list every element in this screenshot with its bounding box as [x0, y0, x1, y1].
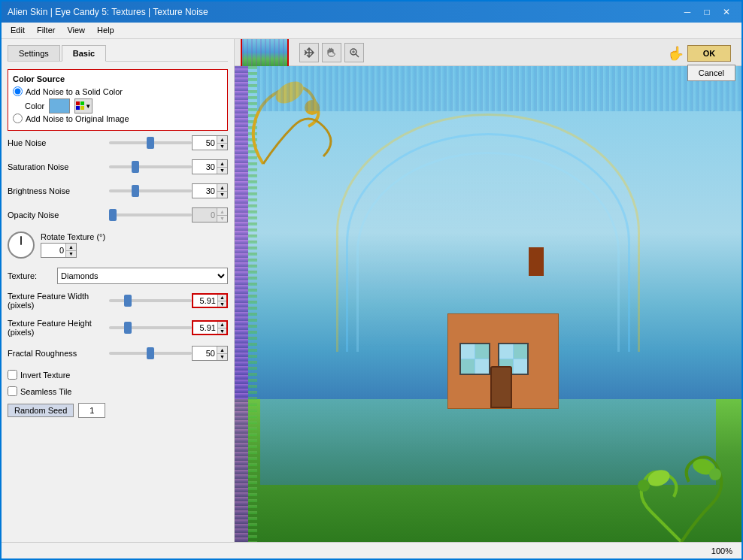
rotate-texture-row: Rotate Texture (°) ▲ ▼: [8, 232, 228, 259]
texture-width-slider[interactable]: [109, 299, 192, 302]
rotate-texture-up[interactable]: ▲: [66, 244, 76, 251]
svg-rect-2: [76, 106, 80, 110]
hue-noise-down[interactable]: ▼: [217, 144, 227, 150]
texture-width-arrows: ▲ ▼: [217, 295, 226, 307]
rotate-texture-label: Rotate Texture (°): [41, 232, 105, 241]
saturation-noise-up[interactable]: ▲: [217, 160, 227, 168]
seamless-tile-checkbox[interactable]: [8, 386, 17, 396]
window-title: Alien Skin | Eye Candy 5: Textures | Tex…: [8, 7, 208, 17]
fractal-roughness-value[interactable]: [193, 347, 217, 360]
fractal-roughness-spinbox: ▲ ▼: [192, 346, 228, 361]
texture-height-slider[interactable]: [109, 326, 192, 329]
random-seed-row: Random Seed: [8, 403, 228, 418]
move-tool-button[interactable]: [299, 43, 319, 62]
texture-height-arrows: ▲ ▼: [217, 322, 226, 334]
menu-filter[interactable]: Filter: [31, 24, 61, 37]
tab-basic[interactable]: Basic: [62, 45, 106, 62]
brightness-noise-slider[interactable]: [109, 189, 192, 192]
opacity-noise-slider-wrap: [109, 209, 192, 221]
ok-button[interactable]: OK: [687, 45, 732, 62]
svg-line-5: [356, 54, 359, 57]
brightness-noise-row: Brightness Noise ▲ ▼: [8, 183, 228, 198]
opacity-noise-value: [193, 208, 217, 222]
rotate-texture-spinbox: ▲ ▼: [41, 243, 77, 258]
texture-select[interactable]: Diamonds Bumps Cells Clouds Cracks: [57, 268, 228, 284]
opacity-noise-down: ▼: [217, 216, 227, 222]
dropdown-arrow: ▼: [85, 103, 91, 110]
window-pane: [514, 359, 527, 374]
texture-height-down[interactable]: ▼: [218, 328, 226, 334]
brightness-noise-up[interactable]: ▲: [217, 184, 227, 192]
maximize-button[interactable]: □: [698, 5, 716, 20]
hue-noise-slider[interactable]: [109, 141, 192, 144]
tab-settings[interactable]: Settings: [8, 45, 60, 61]
texture-height-slider-wrap: [109, 322, 192, 334]
opacity-noise-row: Opacity Noise ▲ ▼: [8, 207, 228, 222]
brightness-noise-slider-wrap: [109, 185, 192, 197]
invert-texture-checkbox[interactable]: [8, 370, 17, 380]
ok-tooltip-icon: 👆: [668, 45, 684, 62]
plant-svg: [621, 407, 741, 542]
menu-view[interactable]: View: [61, 24, 91, 37]
close-button[interactable]: ✕: [717, 5, 735, 20]
preview-canvas: [235, 66, 741, 542]
texture-height-value[interactable]: [193, 322, 217, 334]
hue-noise-value[interactable]: [193, 136, 217, 150]
opacity-noise-slider[interactable]: [109, 213, 192, 216]
random-seed-button[interactable]: Random Seed: [8, 404, 74, 417]
seamless-tile-row: Seamless Tile: [8, 386, 228, 396]
saturation-noise-spinbox: ▲ ▼: [192, 159, 228, 174]
window-pane: [514, 344, 527, 359]
saturation-noise-value[interactable]: [193, 160, 217, 174]
window-pane: [461, 344, 475, 359]
svg-rect-1: [80, 101, 84, 105]
brightness-noise-down[interactable]: ▼: [217, 192, 227, 198]
saturation-noise-down[interactable]: ▼: [217, 168, 227, 174]
fractal-roughness-up[interactable]: ▲: [217, 347, 227, 354]
texture-width-value[interactable]: [193, 295, 217, 307]
fractal-roughness-slider[interactable]: [109, 352, 192, 355]
svg-point-11: [709, 468, 721, 480]
move-icon: [304, 47, 314, 58]
status-bar: 100%: [2, 542, 741, 558]
ok-cancel-panel: 👆 OK Cancel: [668, 45, 735, 81]
opacity-noise-spinbox: ▲ ▼: [192, 207, 228, 222]
rotate-texture-value[interactable]: [41, 244, 65, 257]
radio-solid-label: Add Noise to a Solid Color: [26, 87, 123, 96]
brightness-noise-arrows: ▲ ▼: [217, 184, 227, 198]
minimize-button[interactable]: ─: [678, 5, 696, 20]
window-pane: [475, 344, 489, 359]
brightness-noise-label: Brightness Noise: [8, 186, 109, 195]
random-seed-input[interactable]: [78, 403, 105, 418]
rotate-texture-down[interactable]: ▼: [66, 251, 76, 258]
color-picker-button[interactable]: ▼: [74, 98, 92, 114]
radio-solid-color[interactable]: [13, 86, 23, 96]
hue-noise-up[interactable]: ▲: [217, 136, 227, 144]
color-label: Color: [25, 101, 44, 110]
saturation-noise-slider[interactable]: [109, 165, 192, 168]
zoom-icon: [349, 47, 359, 58]
zoom-tool-button[interactable]: [344, 43, 364, 62]
hue-noise-row: Hue Noise ▲ ▼: [8, 135, 228, 150]
fractal-roughness-down[interactable]: ▼: [217, 354, 227, 361]
cancel-button[interactable]: Cancel: [687, 65, 735, 81]
brightness-noise-value[interactable]: [193, 184, 217, 198]
invert-texture-label: Invert Texture: [20, 371, 70, 380]
saturation-noise-label: Saturation Noise: [8, 162, 109, 171]
color-source-title: Color Source: [13, 74, 223, 83]
hand-tool-button[interactable]: [322, 43, 341, 62]
title-bar: Alien Skin | Eye Candy 5: Textures | Tex…: [2, 2, 741, 23]
menu-help[interactable]: Help: [91, 24, 120, 37]
window-pane: [499, 344, 513, 359]
rotate-dial[interactable]: [8, 232, 35, 259]
texture-width-down[interactable]: ▼: [218, 301, 226, 307]
fractal-roughness-slider-wrap: [109, 347, 192, 359]
left-panel: Settings Basic Color Source Add Noise to…: [2, 39, 235, 542]
menu-edit[interactable]: Edit: [5, 24, 31, 37]
texture-width-row: Texture Feature Width (pixels) ▲ ▼: [8, 292, 228, 310]
color-swatch[interactable]: [49, 98, 70, 114]
texture-width-up[interactable]: ▲: [218, 295, 226, 301]
texture-height-up[interactable]: ▲: [218, 322, 226, 328]
hue-noise-spinbox: ▲ ▼: [192, 135, 228, 150]
radio-original-image[interactable]: [13, 114, 23, 123]
